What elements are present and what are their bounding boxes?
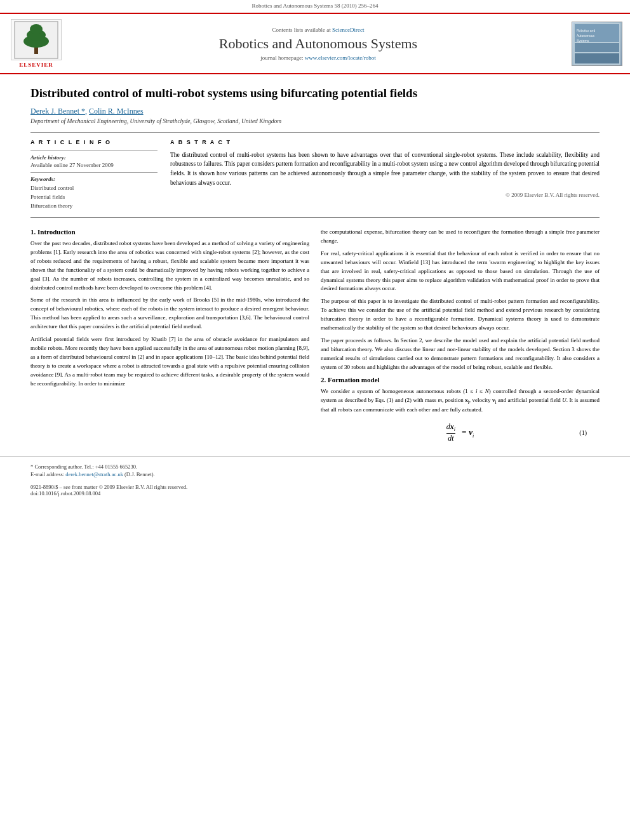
homepage-link[interactable]: www.elsevier.com/locate/robot	[305, 55, 376, 61]
right-para-1: the computational expense, bifurcation t…	[321, 228, 600, 246]
footnote-text: * Corresponding author. Tel.: +44 01555 …	[30, 463, 600, 471]
email-line: E-mail address: derek.bennet@strath.ac.u…	[30, 470, 600, 479]
footnote-symbol: *	[30, 463, 33, 470]
footnote-corresponding: Corresponding author. Tel.: +44 01555 66…	[34, 463, 137, 470]
formation-heading: 2. Formation model	[321, 376, 600, 383]
abstract-heading: A B S T R A C T	[170, 139, 600, 145]
history-value: Available online 27 November 2009	[30, 162, 158, 168]
intro-para-2: Some of the research in this area is inf…	[30, 296, 309, 331]
equation-1-number: (1)	[474, 429, 587, 436]
article-title: Distributed control of multi-robot syste…	[30, 86, 600, 102]
info-divider-1	[30, 150, 158, 151]
svg-text:Robotics and: Robotics and	[577, 29, 595, 32]
equation-1-area: dxi dt = vi (1)	[321, 420, 600, 445]
sciencedirect-link[interactable]: ScienceDirect	[332, 27, 364, 33]
homepage-line: journal homepage: www.elsevier.com/locat…	[65, 55, 572, 61]
email-suffix: (D.J. Bennet).	[124, 471, 155, 477]
info-divider-2	[30, 172, 158, 173]
keyword-2: Potential fields	[30, 192, 158, 201]
svg-text:Autonomous: Autonomous	[577, 34, 595, 37]
right-para-4: The paper proceeds as follows. In Sectio…	[321, 337, 600, 372]
keyword-1: Distributed control	[30, 183, 158, 192]
intro-heading: 1. Introduction	[30, 228, 309, 236]
abstract-text: The distributed control of multi-robot s…	[170, 150, 600, 188]
keywords-label: Keywords:	[30, 176, 158, 182]
issn-line: 0921-8890/$ – see front matter © 2009 El…	[30, 484, 600, 490]
history-label: Article history:	[30, 154, 158, 161]
doi-line: doi:10.1016/j.robot.2009.08.004	[30, 490, 600, 497]
article-info-heading: A R T I C L E I N F O	[30, 139, 158, 145]
elsevier-label: ELSEVIER	[19, 62, 53, 68]
journal-cover-image: Robotics and Autonomous Systems	[573, 23, 620, 65]
intro-para-3: Artificial potential fields were first i…	[30, 335, 309, 389]
affiliation: Department of Mechanical Engineering, Un…	[30, 118, 600, 124]
contents-line: Contents lists available at ScienceDirec…	[65, 27, 572, 33]
abstract-column: A B S T R A C T The distributed control …	[170, 139, 600, 211]
logo-image	[11, 19, 62, 60]
author-1[interactable]: Derek J. Bennet *	[30, 107, 85, 116]
author-2[interactable]: Colin R. McInnes	[89, 107, 144, 116]
body-divider	[30, 217, 600, 218]
journal-title: Robotics and Autonomous Systems	[65, 36, 572, 52]
journal-thumbnail: Robotics and Autonomous Systems	[572, 22, 622, 66]
elsevier-logo: ELSEVIER	[8, 19, 65, 68]
email-label: E-mail address:	[30, 471, 64, 477]
journal-header: ELSEVIER Contents lists available at Sci…	[0, 13, 630, 74]
keyword-3: Bifurcation theory	[30, 201, 158, 210]
article-meta-row: A R T I C L E I N F O Article history: A…	[30, 139, 600, 211]
copyright-line: © 2009 Elsevier B.V. All rights reserved…	[170, 192, 600, 198]
header-divider	[30, 132, 600, 133]
right-body-column: the computational expense, bifurcation t…	[321, 228, 600, 451]
article-info-column: A R T I C L E I N F O Article history: A…	[30, 139, 158, 211]
right-para-2: For real, safety-critical applications i…	[321, 250, 600, 294]
left-body-column: 1. Introduction Over the past two decade…	[30, 228, 309, 451]
authors-line: Derek J. Bennet *, Colin R. McInnes	[30, 107, 600, 116]
svg-rect-8	[575, 43, 619, 52]
body-columns: 1. Introduction Over the past two decade…	[30, 228, 600, 451]
formation-para-1: We consider a system of homogeneous auto…	[321, 387, 600, 415]
footer-area: * Corresponding author. Tel.: +44 01555 …	[0, 456, 630, 501]
journal-citation: Robotics and Autonomous Systems 58 (2010…	[0, 0, 630, 10]
journal-center-info: Contents lists available at ScienceDirec…	[65, 27, 572, 61]
intro-para-1: Over the past two decades, distributed r…	[30, 239, 309, 293]
article-content: Distributed control of multi-robot syste…	[0, 86, 630, 451]
svg-text:Systems: Systems	[577, 39, 589, 43]
right-para-3: The purpose of this paper is to investig…	[321, 297, 600, 333]
elsevier-tree-svg	[14, 21, 58, 59]
equation-1: dxi dt = vi	[446, 422, 474, 443]
svg-point-4	[30, 24, 43, 34]
email-link[interactable]: derek.bennet@strath.ac.uk	[65, 471, 123, 477]
svg-rect-9	[575, 53, 619, 63]
